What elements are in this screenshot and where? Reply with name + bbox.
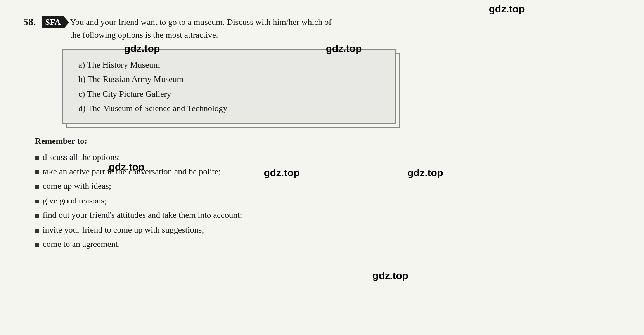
- option-d-label: d): [78, 103, 87, 113]
- list-item: find out your friend's attitudes and tak…: [35, 208, 621, 222]
- question-header: 58. SFA You and your friend want to go t…: [23, 16, 621, 41]
- option-b-text: The Russian Army Museum: [87, 74, 184, 84]
- option-c-text: The City Picture Gallery: [87, 89, 171, 99]
- watermark: gdz.top: [407, 167, 443, 179]
- bullet-icon: [35, 243, 39, 247]
- watermark: gdz.top: [109, 161, 144, 173]
- bullet-icon: [35, 185, 39, 189]
- bullet-icon: [35, 170, 39, 174]
- list-item: give good reasons;: [35, 193, 621, 208]
- option-d: d) The Museum of Science and Technology: [78, 101, 383, 115]
- option-a-label: a): [78, 60, 87, 69]
- bullet-icon: [35, 156, 39, 160]
- option-d-text: The Museum of Science and Technology: [87, 103, 227, 113]
- question-line2: the following options is the most attrac…: [70, 28, 621, 41]
- list-item: come to an agreement.: [35, 237, 621, 251]
- bullet-icon: [35, 200, 39, 203]
- option-c: c) The City Picture Gallery: [78, 87, 383, 101]
- option-b-label: b): [78, 74, 87, 84]
- option-a-text: The History Museum: [87, 60, 160, 69]
- watermark: gdz.top: [326, 43, 362, 55]
- list-item: invite your friend to come up with sugge…: [35, 222, 621, 237]
- option-a: a) The History Museum: [78, 57, 383, 72]
- remember-section: Remember to: discuss all the options;tak…: [35, 136, 621, 252]
- question-line1: You and your friend want to go to a muse…: [70, 16, 621, 28]
- watermark: gdz.top: [489, 3, 525, 15]
- question-number: 58.: [23, 16, 36, 28]
- page-container: 58. SFA You and your friend want to go t…: [0, 0, 644, 335]
- watermark: gdz.top: [372, 270, 408, 282]
- watermark: gdz.top: [124, 43, 160, 55]
- option-c-label: c): [78, 89, 87, 99]
- bullet-icon: [35, 214, 39, 218]
- sfa-badge: SFA: [42, 16, 64, 28]
- remember-title: Remember to:: [35, 136, 621, 146]
- list-item: come up with ideas;: [35, 179, 621, 193]
- options-box: a) The History Museum b) The Russian Arm…: [62, 49, 396, 124]
- bullet-icon: [35, 229, 39, 233]
- watermark: gdz.top: [264, 167, 299, 179]
- question-text: You and your friend want to go to a muse…: [70, 16, 621, 41]
- option-b: b) The Russian Army Museum: [78, 72, 383, 86]
